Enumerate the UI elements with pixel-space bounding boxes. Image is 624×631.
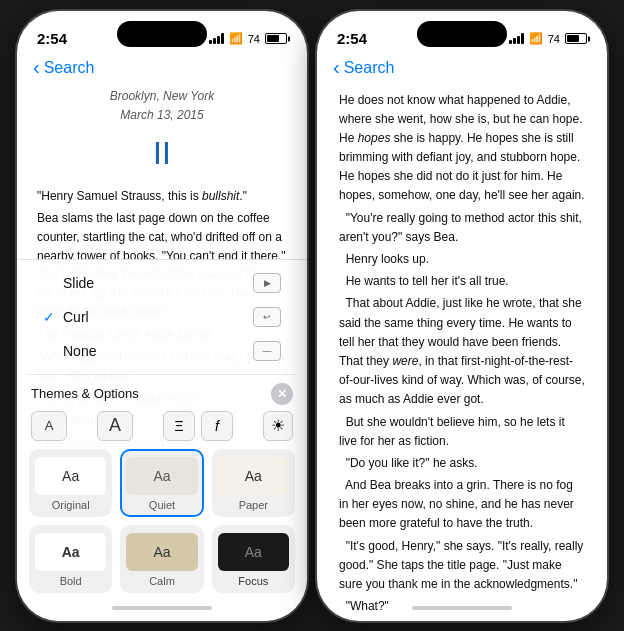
chapter-numeral: II	[37, 129, 287, 177]
font-small-label: A	[45, 418, 54, 433]
rp-4: He wants to tell her it's all true.	[339, 272, 585, 291]
brightness-button[interactable]: ☀	[263, 411, 293, 441]
rp-9: "It's good, Henry," she says. "It's real…	[339, 537, 585, 595]
rp-7: "Do you like it?" he asks.	[339, 454, 585, 473]
battery-percent-left: 74	[248, 33, 260, 45]
battery-icon-left	[265, 33, 287, 44]
themes-header: Themes & Options ✕	[17, 377, 307, 407]
curl-label: Curl	[63, 309, 253, 325]
theme-bold-label: Bold	[60, 575, 82, 587]
nav-bar-left: ‹ Search	[17, 55, 307, 79]
font-decrease-button[interactable]: A	[31, 411, 67, 441]
back-button-right[interactable]: ‹ Search	[333, 59, 394, 77]
transition-slide[interactable]: Slide ▶	[29, 266, 295, 300]
theme-quiet[interactable]: Aa Quiet	[120, 449, 203, 517]
status-icons-right: 📶 74	[509, 32, 587, 45]
right-phone: 2:54 📶 74 ‹ Search He does not know what…	[317, 11, 607, 621]
slide-label: Slide	[63, 275, 253, 291]
bottom-panel: Slide ▶ ✓ Curl ↩ None — Themes & Options	[17, 259, 307, 621]
theme-quiet-text: Aa	[153, 468, 170, 484]
transition-curl[interactable]: ✓ Curl ↩	[29, 300, 295, 334]
time-left: 2:54	[37, 30, 67, 47]
theme-calm-preview: Aa	[126, 533, 197, 571]
back-button-left[interactable]: ‹ Search	[33, 59, 94, 77]
font-icons-group: Ξ f	[163, 411, 233, 441]
divider-1	[29, 374, 295, 375]
back-label-right: Search	[344, 59, 395, 77]
rp-6: But she wouldn't believe him, so he lets…	[339, 413, 585, 451]
chevron-left-icon: ‹	[33, 57, 40, 77]
theme-paper[interactable]: Aa Paper	[212, 449, 295, 517]
wifi-icon: 📶	[229, 32, 243, 45]
rp-1: He does not know what happened to Addie,…	[339, 91, 585, 206]
font-increase-button[interactable]: A	[97, 411, 133, 441]
theme-calm[interactable]: Aa Calm	[120, 525, 203, 593]
theme-calm-label: Calm	[149, 575, 175, 587]
font-large-label: A	[109, 415, 121, 436]
theme-focus[interactable]: Aa Focus	[212, 525, 295, 593]
signal-icon	[209, 33, 224, 44]
chevron-right-icon: ‹	[333, 57, 340, 77]
dynamic-island	[117, 21, 207, 47]
nav-bar-right: ‹ Search	[317, 55, 607, 79]
home-indicator-left	[17, 601, 307, 621]
left-phone: 2:54 📶 74 ‹ Search Broo	[17, 11, 307, 621]
theme-bold[interactable]: Aa Bold	[29, 525, 112, 593]
theme-paper-text: Aa	[245, 468, 262, 484]
check-icon-curl: ✓	[43, 309, 63, 325]
book-location: Brooklyn, New YorkMarch 13, 2015	[37, 87, 287, 125]
theme-focus-preview: Aa	[218, 533, 289, 571]
slide-icon: ▶	[253, 273, 281, 293]
theme-bold-preview: Aa	[35, 533, 106, 571]
signal-icon-right	[509, 33, 524, 44]
theme-quiet-preview: Aa	[126, 457, 197, 495]
para-1: "Henry Samuel Strauss, this is bullshit.…	[37, 187, 287, 206]
book-content-right: He does not know what happened to Addie,…	[317, 79, 607, 621]
rp-5: That about Addie, just like he wrote, th…	[339, 294, 585, 409]
theme-calm-text: Aa	[153, 544, 170, 560]
close-button[interactable]: ✕	[271, 383, 293, 405]
book-header: Brooklyn, New YorkMarch 13, 2015 II	[37, 87, 287, 177]
theme-original[interactable]: Aa Original	[29, 449, 112, 517]
battery-percent-right: 74	[548, 33, 560, 45]
themes-title: Themes & Options	[31, 386, 139, 401]
theme-paper-label: Paper	[239, 499, 268, 511]
theme-original-label: Original	[52, 499, 90, 511]
rp-3: Henry looks up.	[339, 250, 585, 269]
theme-original-text: Aa	[62, 468, 79, 484]
wifi-icon-right: 📶	[529, 32, 543, 45]
none-icon: —	[253, 341, 281, 361]
theme-quiet-label: Quiet	[149, 499, 175, 511]
none-label: None	[63, 343, 253, 359]
curl-icon: ↩	[253, 307, 281, 327]
transition-none[interactable]: None —	[29, 334, 295, 368]
back-label-left: Search	[44, 59, 95, 77]
dynamic-island-right	[417, 21, 507, 47]
time-right: 2:54	[337, 30, 367, 47]
theme-focus-text: Aa	[245, 544, 262, 560]
rp-8: And Bea breaks into a grin. There is no …	[339, 476, 585, 534]
font-row: A A Ξ f ☀	[17, 407, 307, 445]
font-serif-button[interactable]: f	[201, 411, 233, 441]
battery-icon-right	[565, 33, 587, 44]
status-icons-left: 📶 74	[209, 32, 287, 45]
themes-grid: Aa Original Aa Quiet Aa Paper	[17, 445, 307, 601]
theme-original-preview: Aa	[35, 457, 106, 495]
theme-paper-preview: Aa	[218, 457, 289, 495]
font-style-button[interactable]: Ξ	[163, 411, 195, 441]
theme-bold-text: Aa	[62, 544, 80, 560]
rp-2: "You're really going to method actor thi…	[339, 209, 585, 247]
transition-selector: Slide ▶ ✓ Curl ↩ None —	[17, 260, 307, 372]
home-indicator-right	[317, 601, 607, 621]
theme-focus-label: Focus	[238, 575, 268, 587]
